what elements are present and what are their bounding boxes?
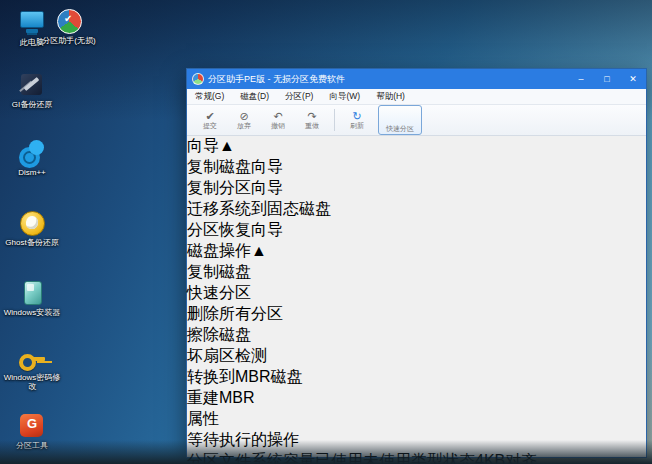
collapse-icon[interactable]: ▲ bbox=[219, 137, 235, 154]
column-header-1[interactable]: 文件系统 bbox=[219, 452, 283, 464]
sidebar: 向导▲复制磁盘向导复制分区向导迁移系统到固态磁盘分区恢复向导磁盘操作▲复制磁盘快… bbox=[187, 136, 646, 451]
sidebar-panel-header-2[interactable]: 等待执行的操作 bbox=[187, 430, 646, 451]
sidebar-item-rebuild-mbr[interactable]: 重建MBR bbox=[187, 388, 646, 409]
sidebar-item-delete-all-partitions[interactable]: 删除所有分区 bbox=[187, 304, 646, 325]
quick-partition-button[interactable]: 快速分区 bbox=[378, 105, 422, 135]
sidebar-item-label: 复制磁盘向导 bbox=[187, 158, 283, 175]
toolbar: ✔提交⊘放弃↶撤销↷重做↻刷新快速分区 bbox=[187, 105, 646, 136]
desktop-icon-backup-restore[interactable]: GI备份还原 bbox=[3, 72, 61, 109]
desktop-icon-label: Windows安装器 bbox=[3, 308, 61, 317]
refresh-icon: ↻ bbox=[340, 110, 374, 122]
desktop-icon-label: 分区工具 bbox=[3, 441, 61, 450]
sidebar-panel-title: 向导 bbox=[187, 137, 219, 154]
discard-icon: ⊘ bbox=[227, 110, 261, 122]
sidebar-item-label: 分区恢复向导 bbox=[187, 221, 283, 238]
app-icon bbox=[192, 73, 204, 85]
window-title: 分区助手PE版 - 无损分区免费软件 bbox=[208, 73, 568, 86]
desktop-icon-windows-installer[interactable]: Windows安装器 bbox=[3, 280, 61, 317]
sidebar-item-copy-disk[interactable]: 复制磁盘 bbox=[187, 262, 646, 283]
desktop-icon-label: Ghost备份还原 bbox=[3, 238, 61, 247]
column-header-2[interactable]: 容量 bbox=[283, 452, 315, 464]
sidebar-panel-2: 等待执行的操作 bbox=[187, 430, 646, 451]
sidebar-item-convert-to-mbr[interactable]: 转换到MBR磁盘 bbox=[187, 367, 646, 388]
partition-assistant-icon bbox=[54, 8, 84, 34]
toolbar-button-label: 提交 bbox=[193, 122, 227, 130]
desktop: 此电脑GI备份还原Dism++Ghost备份还原Windows安装器Window… bbox=[0, 0, 652, 464]
sidebar-panel-1: 磁盘操作▲复制磁盘快速分区删除所有分区擦除磁盘坏扇区检测转换到MBR磁盘重建MB… bbox=[187, 241, 646, 430]
column-header-7[interactable]: 4KB对齐 bbox=[475, 452, 537, 464]
desktop-icon-diskgenius[interactable]: 分区工具 bbox=[3, 413, 61, 450]
refresh-button[interactable]: ↻刷新 bbox=[340, 110, 374, 130]
partition-table: 分区文件系统容量已使用未使用类型状态4KB对齐磁盘1 (...*:FAT3299… bbox=[187, 451, 646, 464]
redo-button[interactable]: ↷重做 bbox=[295, 110, 329, 130]
quick-partition-icon bbox=[395, 110, 406, 121]
sidebar-item-bad-sector-test[interactable]: 坏扇区检测 bbox=[187, 346, 646, 367]
sidebar-panel-title: 等待执行的操作 bbox=[187, 431, 299, 448]
menu-bar: 常规(G)磁盘(D)分区(P)向导(W)帮助(H) bbox=[187, 89, 646, 105]
close-button[interactable]: ✕ bbox=[620, 69, 646, 89]
discard-button[interactable]: ⊘放弃 bbox=[227, 110, 261, 130]
sidebar-item-label: 属性 bbox=[187, 410, 219, 427]
ghost-backup-icon bbox=[17, 210, 47, 236]
sidebar-item-label: 迁移系统到固态磁盘 bbox=[187, 200, 331, 217]
sidebar-item-label: 复制磁盘 bbox=[187, 263, 251, 280]
desktop-icon-label: Windows密码修改 bbox=[3, 373, 61, 391]
sidebar-item-label: 复制分区向导 bbox=[187, 179, 283, 196]
commit-button[interactable]: ✔提交 bbox=[193, 110, 227, 130]
undo-icon: ↶ bbox=[261, 110, 295, 122]
menu-item-0[interactable]: 常规(G) bbox=[187, 91, 232, 103]
sidebar-item-partition-recovery-wizard[interactable]: 分区恢复向导 bbox=[187, 220, 646, 241]
sidebar-item-label: 擦除磁盘 bbox=[187, 326, 251, 343]
column-header-5[interactable]: 类型 bbox=[411, 452, 443, 464]
column-header-4[interactable]: 未使用 bbox=[363, 452, 411, 464]
sidebar-item-label: 删除所有分区 bbox=[187, 305, 283, 322]
toolbar-separator bbox=[334, 109, 335, 131]
backup-restore-icon bbox=[17, 72, 47, 98]
dism-icon bbox=[17, 140, 47, 166]
toolbar-button-label: 重做 bbox=[295, 122, 329, 130]
menu-item-1[interactable]: 磁盘(D) bbox=[232, 91, 277, 103]
sidebar-item-label: 重建MBR bbox=[187, 389, 255, 406]
toolbar-button-label: 撤销 bbox=[261, 122, 295, 130]
maximize-button[interactable]: □ bbox=[594, 69, 620, 89]
sidebar-panel-body: 复制磁盘快速分区删除所有分区擦除磁盘坏扇区检测转换到MBR磁盘重建MBR属性 bbox=[187, 262, 646, 430]
toolbar-button-label: 刷新 bbox=[340, 122, 374, 130]
toolbar-button-label: 快速分区 bbox=[386, 125, 414, 133]
app-window: 分区助手PE版 - 无损分区免费软件 – □ ✕ 常规(G)磁盘(D)分区(P)… bbox=[186, 68, 647, 458]
commit-icon: ✔ bbox=[193, 110, 227, 122]
table-header-row: 分区文件系统容量已使用未使用类型状态4KB对齐 bbox=[187, 451, 646, 464]
sidebar-item-properties[interactable]: 属性 bbox=[187, 409, 646, 430]
redo-icon: ↷ bbox=[295, 110, 329, 122]
menu-item-3[interactable]: 向导(W) bbox=[321, 91, 368, 103]
menu-item-2[interactable]: 分区(P) bbox=[277, 91, 321, 103]
titlebar[interactable]: 分区助手PE版 - 无损分区免费软件 – □ ✕ bbox=[187, 69, 646, 89]
windows-installer-icon bbox=[17, 280, 47, 306]
minimize-button[interactable]: – bbox=[568, 69, 594, 89]
sidebar-panel-header-1[interactable]: 磁盘操作▲ bbox=[187, 241, 646, 262]
undo-button[interactable]: ↶撤销 bbox=[261, 110, 295, 130]
sidebar-panel-body: 复制磁盘向导复制分区向导迁移系统到固态磁盘分区恢复向导 bbox=[187, 157, 646, 241]
desktop-icon-label: 分区助手(无损) bbox=[40, 36, 98, 45]
desktop-icon-label: GI备份还原 bbox=[3, 100, 61, 109]
desktop-icon-dism[interactable]: Dism++ bbox=[3, 140, 61, 177]
desktop-icon-label: Dism++ bbox=[3, 168, 61, 177]
toolbar-button-label: 放弃 bbox=[227, 122, 261, 130]
sidebar-item-wipe-disk[interactable]: 擦除磁盘 bbox=[187, 325, 646, 346]
sidebar-panel-header-0[interactable]: 向导▲ bbox=[187, 136, 646, 157]
menu-item-4[interactable]: 帮助(H) bbox=[368, 91, 413, 103]
sidebar-panel-0: 向导▲复制磁盘向导复制分区向导迁移系统到固态磁盘分区恢复向导 bbox=[187, 136, 646, 241]
sidebar-item-copy-partition-wizard[interactable]: 复制分区向导 bbox=[187, 178, 646, 199]
desktop-icon-password-reset[interactable]: Windows密码修改 bbox=[3, 345, 61, 391]
sidebar-item-quick-partition[interactable]: 快速分区 bbox=[187, 283, 646, 304]
collapse-icon[interactable]: ▲ bbox=[251, 242, 267, 259]
sidebar-item-migrate-os-to-ssd[interactable]: 迁移系统到固态磁盘 bbox=[187, 199, 646, 220]
sidebar-item-label: 快速分区 bbox=[187, 284, 251, 301]
column-header-3[interactable]: 已使用 bbox=[315, 452, 363, 464]
sidebar-item-copy-disk-wizard[interactable]: 复制磁盘向导 bbox=[187, 157, 646, 178]
column-header-0[interactable]: 分区 bbox=[187, 452, 219, 464]
column-header-6[interactable]: 状态 bbox=[443, 452, 475, 464]
desktop-icon-partition-assistant[interactable]: 分区助手(无损) bbox=[40, 8, 98, 45]
sidebar-item-label: 坏扇区检测 bbox=[187, 347, 267, 364]
password-reset-icon bbox=[17, 345, 47, 371]
desktop-icon-ghost-backup[interactable]: Ghost备份还原 bbox=[3, 210, 61, 247]
